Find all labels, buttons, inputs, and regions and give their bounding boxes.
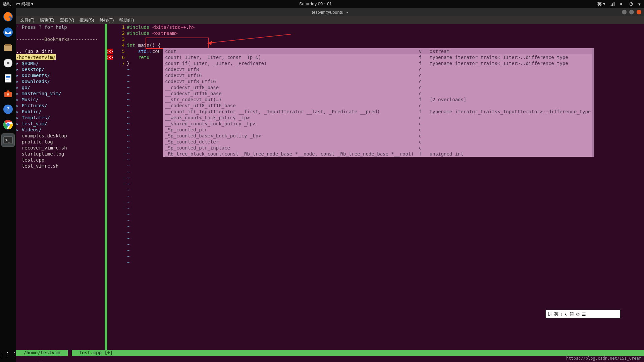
activities-button[interactable]: 活动 [3, 1, 11, 7]
ime-gear-icon[interactable]: ⚙ [576, 312, 580, 317]
dock-help[interactable]: ? [1, 103, 15, 116]
svg-text:A: A [7, 92, 10, 97]
dock-chrome[interactable] [1, 118, 15, 131]
code-buffer[interactable]: #include <bits/stdc++.h> #include <ostre… [127, 24, 644, 350]
svg-rect-4 [4, 45, 12, 51]
dock-libreoffice[interactable] [1, 72, 15, 85]
popup-scrollbar[interactable] [592, 48, 594, 157]
gnome-topbar: 活动 ▭ 终端 ▾ Saturday 09：01 英 ▾ ▾ [0, 0, 644, 8]
svg-text:?: ? [6, 106, 10, 113]
dock-firefox[interactable] [1, 10, 15, 23]
status-file: test.cpp [+] [72, 350, 120, 356]
completion-item[interactable]: __codecvt_utf16_basec [163, 90, 594, 97]
ubuntu-dock: A ? >_ ⋮⋮⋮ [0, 8, 16, 362]
sign-column: >> >> [107, 24, 113, 350]
volume-icon[interactable] [620, 2, 624, 6]
completion-item[interactable]: _Sp_counted_deleterc [163, 139, 594, 145]
ime-width[interactable]: 简 [570, 311, 574, 317]
dock-files[interactable] [1, 41, 15, 54]
dock-software[interactable]: A [1, 87, 15, 101]
dock-rhythmbox[interactable] [1, 56, 15, 70]
vim-statusline: /home/testvim test.cpp [+] [16, 350, 644, 356]
completion-item[interactable]: __str_codecvt_out(…)f[2 overloads] [163, 97, 594, 103]
completion-item[interactable]: codecvt_utf8_utf16c [163, 78, 594, 84]
ime-menu-icon[interactable]: ☰ [582, 312, 586, 317]
completion-item[interactable]: _Sp_counted_ptrc [163, 127, 594, 133]
nerdtree-pane[interactable]: " Press ? for help ----------Bookmarks--… [16, 24, 105, 350]
completion-item[interactable]: _Sp_counted_ptr_inplacec [163, 145, 594, 151]
svg-rect-8 [5, 74, 11, 82]
window-close-button[interactable] [637, 10, 641, 14]
completion-item[interactable]: codecvt_utf8c [163, 66, 594, 72]
svg-rect-11 [6, 79, 9, 79]
completion-item[interactable]: coutvostream [163, 48, 594, 54]
completion-item[interactable]: _Sp_counted_base<_Lock_policy _Lp>c [163, 133, 594, 139]
power-icon[interactable] [629, 2, 634, 6]
svg-rect-1 [631, 2, 632, 4]
completion-item[interactable]: count(_IIter, _IIter, const _Tp &)ftypen… [163, 54, 594, 60]
menu-search[interactable]: 搜索(S) [79, 17, 94, 23]
menu-file[interactable]: 文件(F) [20, 17, 35, 23]
ime-toolbar[interactable]: 拼 英 ♪ •, 简 ⚙ ☰ [545, 310, 621, 318]
network-icon[interactable] [610, 2, 615, 6]
watermark: https://blog.csdn.net/ISs_Cream [566, 356, 641, 361]
svg-rect-10 [6, 77, 10, 78]
ime-punct[interactable]: •, [565, 312, 568, 317]
annotation-arrow [207, 34, 294, 47]
line-number-gutter: 1 2 3 4 5 6 7 [113, 24, 127, 350]
ime-lang[interactable]: 英 [554, 311, 558, 317]
completion-item[interactable]: __codecvt_utf8_utf16_basec [163, 103, 594, 109]
ime-layout[interactable]: 拼 [548, 311, 552, 317]
menu-view[interactable]: 查看(V) [60, 17, 74, 23]
window-titlebar: testvim@ubuntu: ~ [16, 8, 644, 16]
window-title: testvim@ubuntu: ~ [312, 10, 348, 15]
input-method-indicator[interactable]: 英 ▾ [597, 1, 605, 7]
menu-help[interactable]: 帮助(H) [119, 17, 134, 23]
completion-item[interactable]: _Rb_tree_black_count(const _Rb_tree_node… [163, 151, 594, 157]
ime-note-icon[interactable]: ♪ [560, 312, 563, 317]
clock[interactable]: Saturday 09：01 [299, 1, 332, 6]
svg-rect-9 [6, 76, 10, 77]
completion-item[interactable]: count_if(_IIter, _IIter, _Predicate)ftyp… [163, 60, 594, 66]
app-indicator[interactable]: ▭ 终端 ▾ [16, 1, 34, 7]
menu-terminal[interactable]: 终端(T) [100, 17, 114, 23]
window-maximize-button[interactable] [629, 10, 634, 14]
terminal-menubar: 文件(F) 编辑(E) 查看(V) 搜索(S) 终端(T) 帮助(H) [16, 16, 644, 24]
svg-rect-5 [5, 44, 11, 46]
svg-point-7 [7, 62, 9, 64]
completion-item[interactable]: __weak_count<_Lock_policy _Lp>c [163, 115, 594, 121]
window-minimize-button[interactable] [622, 10, 627, 14]
vim-window: " Press ? for help ----------Bookmarks--… [16, 24, 644, 350]
system-menu-caret[interactable]: ▾ [638, 2, 641, 7]
annotation-box [146, 38, 209, 49]
vsplit-separator[interactable] [105, 24, 107, 350]
svg-marker-21 [207, 41, 212, 45]
status-cwd: /home/testvim [16, 350, 68, 356]
completion-item[interactable]: __shared_count<_Lock_policy _Lp>c [163, 121, 594, 127]
dock-terminal[interactable]: >_ [1, 133, 15, 147]
dock-thunderbird[interactable] [1, 25, 15, 39]
completion-item[interactable]: __codecvt_utf8_basec [163, 84, 594, 90]
svg-point-17 [6, 123, 10, 126]
svg-line-20 [209, 34, 291, 43]
svg-text:>_: >_ [5, 138, 10, 142]
completion-item[interactable]: __count_if(_InputIterator __first, _Inpu… [163, 109, 594, 115]
vim-mode-line: -- 插入 -- https://blog.csdn.net/ISs_Cream [16, 356, 644, 362]
completion-item[interactable]: codecvt_utf16c [163, 72, 594, 78]
completion-popup[interactable]: coutvostreamcount(_IIter, _IIter, const … [163, 48, 594, 157]
menu-edit[interactable]: 编辑(E) [40, 17, 54, 23]
